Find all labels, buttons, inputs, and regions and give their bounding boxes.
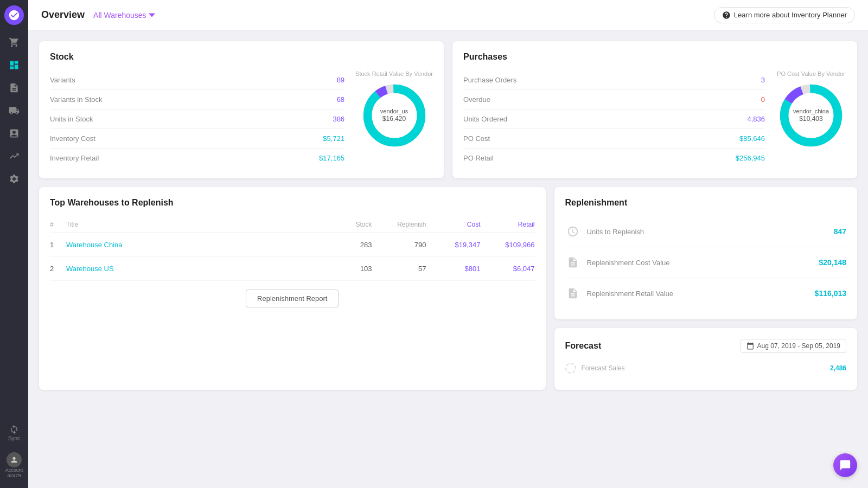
replenishment-cost-label: Replenishment Cost Value (587, 259, 813, 267)
forecast-sales-value: 2,486 (830, 364, 846, 372)
row1-title: Warehouse China (66, 241, 323, 249)
chat-icon (839, 459, 851, 471)
units-to-replenish-label: Units to Replenish (587, 228, 827, 236)
forecast-placeholder: Forecast Sales 2,486 (565, 357, 846, 379)
warehouse-us-link[interactable]: Warehouse US (66, 265, 114, 273)
bottom-row: Top Warehouses to Replenish # Title Stoc… (39, 187, 857, 390)
sidebar-item-settings[interactable] (4, 169, 24, 189)
purchases-card-title: Purchases (463, 52, 846, 62)
replenishment-report-button[interactable]: Replenishment Report (246, 290, 339, 307)
stock-metric-units: Units in Stock 386 (50, 110, 344, 129)
question-icon (722, 11, 731, 20)
stock-metric-variants-in-stock: Variants in Stock 68 (50, 90, 344, 110)
stock-vendor-value: $16,420 (380, 115, 408, 124)
sidebar-bottom: Sync Account a2479 (4, 421, 24, 483)
row1-stock: 283 (323, 241, 372, 249)
calendar-icon (746, 342, 754, 350)
row1-retail: $109,966 (481, 241, 535, 249)
sidebar-item-overview[interactable] (4, 55, 24, 75)
doc-cost-icon (565, 255, 580, 270)
purchase-orders-value: 3 (761, 76, 765, 84)
stock-chart-area: Stock Retail Value By Vendor vendor_us (355, 70, 433, 168)
variants-label: Variants (50, 76, 75, 84)
stock-metrics: Variants 89 Variants in Stock 68 Units i… (50, 70, 344, 168)
replenishment-card-title: Replenishment (565, 198, 846, 208)
account-label: Account (5, 467, 23, 473)
stock-donut-center: vendor_us $16,420 (380, 107, 408, 124)
units-in-stock-label: Units in Stock (50, 115, 93, 123)
row2-cost: $801 (426, 265, 481, 273)
header-right: Learn more about Inventory Planner (714, 7, 855, 23)
top-warehouses-card: Top Warehouses to Replenish # Title Stoc… (39, 187, 546, 390)
main-content: Overview All Warehouses Learn more about… (28, 0, 868, 488)
date-range-label: Aug 07, 2019 - Sep 05, 2019 (757, 342, 840, 350)
warehouse-selector[interactable]: All Warehouses (93, 11, 155, 20)
sidebar-item-warehouse[interactable] (4, 101, 24, 120)
stock-chart-label: Stock Retail Value By Vendor (355, 70, 433, 77)
inventory-retail-value: $17,165 (319, 154, 344, 162)
inventory-cost-value: $5,721 (323, 134, 344, 143)
sidebar-item-analytics[interactable] (4, 146, 24, 166)
stock-card-inner: Variants 89 Variants in Stock 68 Units i… (50, 70, 433, 168)
top-warehouses-title: Top Warehouses to Replenish (50, 198, 535, 208)
top-row: Stock Variants 89 Variants in Stock 68 U… (39, 41, 857, 178)
content-area: Stock Variants 89 Variants in Stock 68 U… (28, 30, 868, 488)
sidebar-sync[interactable]: Sync (4, 421, 24, 445)
account-avatar (7, 452, 22, 467)
units-ordered-metric: Units Ordered 4,836 (463, 110, 765, 129)
sidebar-item-cart[interactable] (4, 33, 24, 52)
col-cost-header: Cost (426, 221, 481, 228)
po-retail-metric: PO Retail $256,945 (463, 149, 765, 168)
warehouse-label: All Warehouses (93, 11, 146, 20)
units-to-replenish-row: Units to Replenish 847 (565, 216, 846, 247)
doc-retail-icon (565, 286, 580, 301)
row2-stock: 103 (323, 265, 372, 273)
learn-more-button[interactable]: Learn more about Inventory Planner (714, 7, 855, 23)
replenishment-retail-label: Replenishment Retail Value (587, 290, 808, 298)
units-in-stock-value: 386 (333, 115, 344, 123)
sidebar-item-reports[interactable] (4, 78, 24, 98)
overdue-label: Overdue (463, 95, 490, 104)
purchases-vendor-value: $10,403 (793, 115, 829, 124)
stock-donut-chart: vendor_us $16,420 (359, 80, 430, 151)
stock-metric-variants: Variants 89 (50, 70, 344, 90)
forecast-header: Forecast Aug 07, 2019 - Sep 05, 2019 (565, 339, 846, 353)
replenishment-report-container: Replenishment Report (50, 290, 535, 307)
row2-title: Warehouse US (66, 265, 323, 273)
overdue-value: 0 (761, 95, 765, 104)
row2-num: 2 (50, 265, 66, 273)
purchase-orders-metric: Purchase Orders 3 (463, 70, 765, 90)
sync-label: Sync (8, 435, 20, 441)
warehouse-china-link[interactable]: Warehouse China (66, 241, 123, 249)
variants-in-stock-value: 68 (337, 95, 344, 104)
row1-replenish: 790 (372, 241, 426, 249)
table-row: 2 Warehouse US 103 57 $801 $6,047 (50, 257, 535, 281)
table-header: # Title Stock Replenish Cost Retail (50, 216, 535, 233)
purchase-orders-label: Purchase Orders (463, 76, 516, 84)
chevron-down-icon (149, 12, 155, 18)
po-cost-label: PO Cost (463, 134, 490, 143)
chat-bubble[interactable] (833, 453, 857, 477)
right-cards: Replenishment Units to Replenish 847 Rep… (554, 187, 857, 390)
col-hash-header: # (50, 221, 66, 228)
row2-retail: $6,047 (481, 265, 535, 273)
row1-cost: $19,347 (426, 241, 481, 249)
col-replenish-header: Replenish (372, 221, 426, 228)
sidebar-logo[interactable] (4, 5, 24, 25)
replenishment-card: Replenishment Units to Replenish 847 Rep… (554, 187, 857, 319)
inventory-cost-label: Inventory Cost (50, 134, 95, 143)
page-title: Overview (41, 9, 85, 21)
forecast-card-title: Forecast (565, 341, 602, 351)
date-range-button[interactable]: Aug 07, 2019 - Sep 05, 2019 (741, 339, 846, 353)
units-ordered-label: Units Ordered (463, 115, 507, 123)
po-cost-value: $85,646 (739, 134, 765, 143)
sidebar-account[interactable]: Account a2479 (5, 448, 23, 483)
forecast-loading-icon (565, 363, 576, 374)
table-row: 1 Warehouse China 283 790 $19,347 $109,9… (50, 233, 535, 257)
variants-in-stock-label: Variants in Stock (50, 95, 103, 104)
row1-num: 1 (50, 241, 66, 249)
sidebar-item-orders[interactable] (4, 124, 24, 143)
header: Overview All Warehouses Learn more about… (28, 0, 868, 30)
stock-metric-retail: Inventory Retail $17,165 (50, 149, 344, 168)
replenishment-retail-row: Replenishment Retail Value $116,013 (565, 278, 846, 309)
